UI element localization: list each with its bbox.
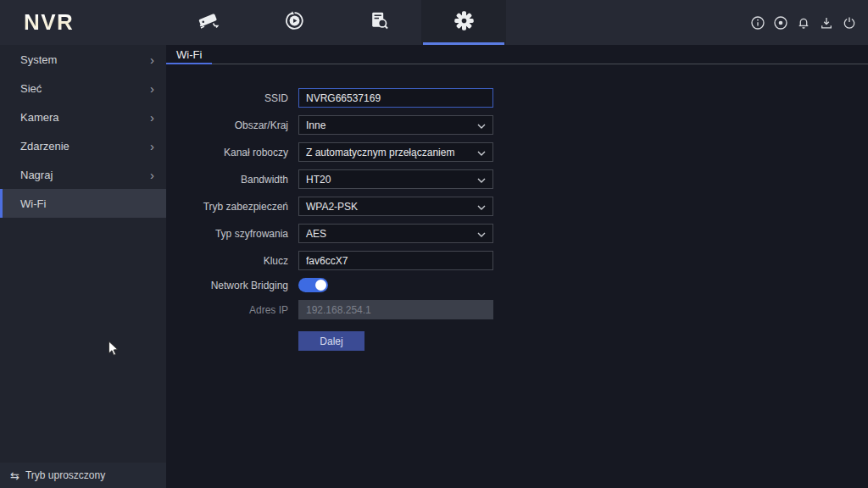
nav-file-search[interactable] <box>337 0 421 45</box>
bandwidth-select[interactable]: HT20 <box>298 169 493 189</box>
camera-icon <box>197 9 222 36</box>
sidebar: System › Sieć › Kamera › Zdarzenie › Nag… <box>0 45 166 488</box>
topbar: NVR <box>0 0 868 45</box>
ip-address-input <box>298 300 493 319</box>
app-logo: NVR <box>0 0 167 45</box>
tab-wifi-label: Wi-Fi <box>176 48 202 61</box>
playback-icon <box>283 9 306 36</box>
working-channel-value: Z automatycznym przełączaniem <box>306 147 454 158</box>
sidebar-item-label: Kamera <box>20 111 59 124</box>
field-label: SSID <box>166 92 288 104</box>
next-button[interactable]: Dalej <box>298 331 364 351</box>
field-label: Network Bridging <box>166 280 288 291</box>
info-icon[interactable] <box>750 15 765 30</box>
key-input[interactable] <box>298 251 493 270</box>
field-label: Kanał roboczy <box>166 147 288 158</box>
form-row-encryption-type: Typ szyfrowania AES <box>166 224 868 243</box>
download-icon[interactable] <box>819 15 834 30</box>
sidebar-item-wi-fi[interactable]: Wi-Fi <box>0 189 166 218</box>
sidebar-item-system[interactable]: System › <box>0 45 166 74</box>
region-value: Inne <box>306 119 326 131</box>
chevron-down-icon <box>477 147 486 158</box>
form-actions: Dalej <box>166 331 868 351</box>
nav-settings[interactable] <box>421 0 506 45</box>
security-mode-select[interactable]: WPA2-PSK <box>298 197 493 216</box>
field-label: Klucz <box>166 255 288 267</box>
chevron-down-icon <box>477 201 486 213</box>
region-select[interactable]: Inne <box>298 115 493 135</box>
field-label: Obszar/Kraj <box>166 119 288 131</box>
sidebar-item-label: Sieć <box>20 82 42 95</box>
chevron-down-icon <box>477 174 486 186</box>
field-label: Bandwidth <box>166 174 288 186</box>
encryption-type-value: AES <box>306 228 326 240</box>
sidebar-item-label: Zdarzenie <box>20 140 70 152</box>
content: Wi-Fi SSID Obszar/Kraj Inne Kanał robocz… <box>166 45 868 488</box>
form-row-ip-address: Adres IP <box>166 300 868 319</box>
chevron-down-icon <box>477 119 486 131</box>
chevron-right-icon: › <box>150 169 154 181</box>
security-mode-value: WPA2-PSK <box>306 201 358 213</box>
file-search-icon <box>368 9 391 36</box>
field-label: Adres IP <box>166 304 288 316</box>
encryption-type-select[interactable]: AES <box>298 224 493 243</box>
sidebar-item-sie-[interactable]: Sieć › <box>0 74 166 103</box>
wifi-form: SSID Obszar/Kraj Inne Kanał roboczy Z au… <box>166 88 868 319</box>
field-label: Typ szyfrowania <box>166 228 288 240</box>
toggle-knob <box>315 280 326 291</box>
main-nav <box>167 0 506 45</box>
chevron-right-icon: › <box>150 111 154 124</box>
simple-mode-button[interactable]: ⇆ Tryb uproszczony <box>0 463 166 488</box>
sidebar-item-label: System <box>20 53 57 66</box>
ssid-input[interactable] <box>298 88 493 108</box>
tab-wifi[interactable]: Wi-Fi <box>166 45 212 64</box>
form-row-region: Obszar/Kraj Inne <box>166 115 868 135</box>
form-row-bandwidth: Bandwidth HT20 <box>166 169 868 189</box>
nav-playback[interactable] <box>252 0 337 45</box>
network-bridging-toggle[interactable] <box>298 278 328 292</box>
field-label: Tryb zabezpieczeń <box>166 201 288 213</box>
sidebar-item-nagraj[interactable]: Nagraj › <box>0 160 166 189</box>
power-icon[interactable] <box>842 15 857 30</box>
sidebar-item-label: Wi-Fi <box>20 197 46 210</box>
working-channel-select[interactable]: Z automatycznym przełączaniem <box>298 142 493 162</box>
status-icons <box>750 0 868 45</box>
switch-mode-icon: ⇆ <box>10 469 19 482</box>
form-row-ssid: SSID <box>166 88 868 108</box>
bell-icon[interactable] <box>796 15 811 30</box>
form-row-working-channel: Kanał roboczy Z automatycznym przełączan… <box>166 142 868 162</box>
chevron-down-icon <box>477 228 486 240</box>
bandwidth-value: HT20 <box>306 174 331 186</box>
chevron-right-icon: › <box>150 82 154 95</box>
sidebar-item-kamera[interactable]: Kamera › <box>0 103 166 131</box>
form-row-network-bridging: Network Bridging <box>166 278 868 292</box>
nav-live-view[interactable] <box>167 0 252 45</box>
sidebar-item-zdarzenie[interactable]: Zdarzenie › <box>0 131 166 160</box>
simple-mode-label: Tryb uproszczony <box>25 469 105 481</box>
app-logo-text: NVR <box>24 9 74 36</box>
chevron-right-icon: › <box>150 140 154 152</box>
form-row-key: Klucz <box>166 251 868 270</box>
gear-icon <box>453 9 476 36</box>
record-icon[interactable] <box>773 15 788 30</box>
tabbar: Wi-Fi <box>166 45 868 64</box>
chevron-right-icon: › <box>150 53 154 66</box>
sidebar-item-label: Nagraj <box>20 169 53 181</box>
form-row-security-mode: Tryb zabezpieczeń WPA2-PSK <box>166 197 868 216</box>
